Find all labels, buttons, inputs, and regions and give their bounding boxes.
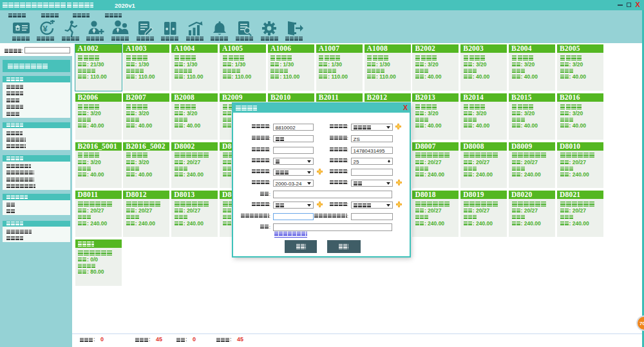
svg-text:¥: ¥ — [43, 24, 48, 33]
